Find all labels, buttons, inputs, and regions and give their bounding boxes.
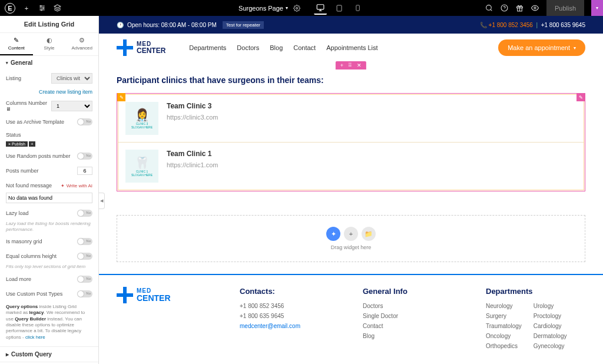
lazy-toggle[interactable] [77, 210, 92, 217]
nav-doctors[interactable]: Doctors [237, 44, 259, 51]
footer-link-contact[interactable]: Contact [363, 323, 462, 329]
nav-departments[interactable]: Departments [189, 44, 226, 51]
add-widget-icon[interactable]: + [344, 227, 358, 241]
logo-cross-icon [117, 39, 133, 56]
nav-contact[interactable]: Contact [293, 44, 316, 51]
gear-icon[interactable] [293, 4, 301, 12]
footer-dept-derma[interactable]: Dermatology [534, 333, 567, 339]
footer-dept-trauma[interactable]: Traumatology [486, 323, 522, 329]
create-listing-link[interactable]: Create new listing item [6, 89, 92, 95]
publish-options-button[interactable]: ▾ [591, 0, 603, 16]
listing-grid-widget[interactable]: ✎ ✎ 👩‍⚕️ CLINIC 3 SLOGAN HERE Team Clini… [117, 93, 585, 191]
status-publish-tag[interactable]: × Publish [6, 141, 28, 147]
footer-dept-procto[interactable]: Proctology [534, 313, 567, 319]
footer-link-doctors[interactable]: Doctors [363, 303, 462, 309]
footer-departments-col: Departments Neurology Surgery Traumatolo… [486, 287, 585, 353]
loadmore-toggle[interactable] [77, 276, 92, 283]
listing-select[interactable]: Clinics with surg... [51, 73, 92, 84]
equal-help: Fits only top level sections of grid ite… [6, 264, 92, 270]
phone-2[interactable]: +1 800 635 9645 [541, 22, 585, 28]
footer-phone-2[interactable]: +1 800 635 9645 [240, 313, 339, 319]
close-section-icon[interactable]: ✕ [357, 62, 362, 68]
nav-blog[interactable]: Blog [270, 44, 283, 51]
gift-icon[interactable] [516, 4, 524, 12]
nav-appointments[interactable]: Appointments List [326, 44, 377, 51]
magic-wand-icon[interactable]: ✦ [326, 227, 340, 241]
footer-email[interactable]: medcenter@email.com [240, 323, 339, 329]
footer-dept-ortho[interactable]: Orthopedics [486, 343, 522, 349]
svg-point-13 [486, 5, 492, 11]
section-dots-icon[interactable]: ⠿ [348, 62, 352, 68]
phone-1[interactable]: +1 800 852 3456 [489, 22, 533, 28]
collapse-sidebar-handle[interactable]: ◀ [99, 193, 105, 209]
settings-sliders-icon[interactable] [38, 4, 46, 12]
status-add-button[interactable]: + [29, 141, 35, 147]
edit-widget-icon[interactable]: ✎ [117, 93, 125, 101]
nav-links: Departments Doctors Blog Contact Appoint… [189, 44, 377, 51]
footer-general-title: General Info [363, 287, 462, 296]
columns-select[interactable]: 1 [51, 101, 92, 111]
custom-types-toggle[interactable] [77, 290, 92, 297]
footer-logo[interactable]: MEDCENTER [117, 287, 216, 303]
tab-style[interactable]: ◐Style [33, 33, 66, 55]
lazy-label: Lazy load [6, 210, 77, 216]
section-posts-query[interactable]: ▸Posts Query [0, 362, 98, 364]
search-icon[interactable] [485, 4, 493, 12]
mobile-icon[interactable] [352, 2, 365, 15]
layers-icon[interactable] [53, 4, 61, 12]
add-icon[interactable]: + [22, 4, 31, 12]
help-icon[interactable] [501, 4, 509, 12]
equal-label: Equal columns height [6, 253, 77, 259]
content-section: + ⠿ ✕ Participant clinics that have surg… [99, 62, 603, 197]
notfound-input[interactable] [6, 193, 92, 203]
folder-icon[interactable]: 📁 [362, 227, 376, 241]
add-section-icon[interactable]: + [340, 62, 343, 68]
sidebar-title: Edit Listing Grid [0, 16, 98, 33]
archive-toggle[interactable] [77, 118, 92, 125]
random-toggle[interactable] [77, 153, 92, 160]
preview-eye-icon[interactable] [531, 4, 539, 12]
clinic-url[interactable]: https://clinic3.com [167, 114, 218, 121]
svg-point-7 [296, 7, 297, 9]
clinic-name: Team Clinic 1 [167, 150, 218, 158]
page-title-dropdown[interactable]: Surgeons Page ▾ [238, 5, 288, 12]
open-hours-text: Open hours: 08:00 AM - 08:00 PM [127, 22, 217, 28]
footer-link-blog[interactable]: Blog [363, 333, 462, 339]
footer-phone-1[interactable]: +1 800 852 3456 [240, 303, 339, 309]
section-title: Participant clinics that have surgeons i… [117, 75, 585, 85]
logo-cross-icon [117, 287, 133, 303]
drag-widget-area[interactable]: ✦ + 📁 Drag widget here [117, 215, 585, 262]
footer-dept-cardio[interactable]: Cardiology [534, 323, 567, 329]
tab-advanced[interactable]: ⚙Advanced [65, 33, 98, 55]
publish-button[interactable]: Publish [546, 0, 584, 16]
posts-num-input[interactable] [77, 167, 92, 175]
site-logo[interactable]: MEDCENTER [117, 39, 165, 56]
edit-column-icon[interactable]: ✎ [577, 93, 585, 101]
pencil-icon: ✎ [0, 37, 33, 44]
svg-point-20 [534, 7, 536, 9]
editor-topbar: E + Surgeons Page ▾ [0, 0, 603, 16]
clinic-name: Team Clinic 3 [167, 102, 218, 110]
section-general[interactable]: ▾General [0, 56, 98, 70]
tab-content[interactable]: ✎Content [0, 33, 33, 55]
section-custom-query[interactable]: ▸Custom Query [0, 346, 98, 362]
footer-general-col: General Info Doctors Single Doctor Conta… [363, 287, 462, 353]
footer-link-single[interactable]: Single Doctor [363, 313, 462, 319]
archive-label: Use as Archive Template [6, 119, 77, 125]
write-ai-link[interactable]: ✦ Write with AI [61, 183, 92, 188]
footer-dept-neuro[interactable]: Neurology [486, 303, 522, 309]
desktop-icon[interactable] [314, 2, 327, 15]
equal-toggle[interactable] [77, 253, 92, 260]
footer-dept-onco[interactable]: Oncology [486, 333, 522, 339]
disable-legacy-link[interactable]: click here [25, 335, 45, 340]
chevron-down-icon: ▾ [574, 45, 576, 51]
chevron-down-icon: ▾ [6, 61, 8, 65]
make-appointment-button[interactable]: Make an appointment▾ [498, 39, 585, 56]
masonry-toggle[interactable] [77, 238, 92, 245]
clinic-url[interactable]: https://clinic1.com [167, 161, 218, 168]
footer-dept-surgery[interactable]: Surgery [486, 313, 522, 319]
footer-dept-gyne[interactable]: Gynecology [534, 343, 567, 349]
tablet-icon[interactable] [333, 2, 346, 15]
footer-dept-uro[interactable]: Urology [534, 303, 567, 309]
elementor-logo-icon[interactable]: E [5, 3, 15, 14]
